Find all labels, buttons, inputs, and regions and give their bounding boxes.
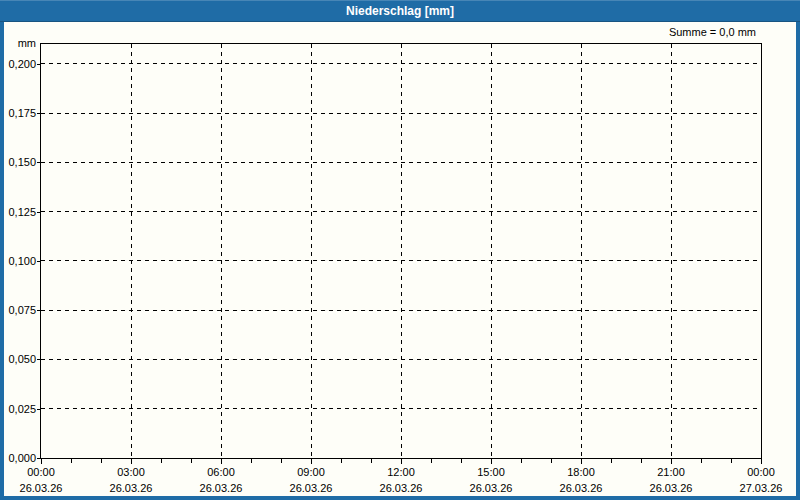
x-axis-major-tick — [761, 459, 762, 464]
x-gridline — [311, 44, 312, 458]
x-tick-time: 21:00 — [626, 465, 716, 479]
x-axis-major-tick — [491, 459, 492, 464]
x-tick-label: 15:0026.03.26 — [446, 465, 536, 495]
y-axis-tick — [37, 113, 40, 114]
x-tick-date: 26.03.26 — [356, 481, 446, 495]
x-axis-minor-tick — [371, 459, 372, 463]
x-axis-minor-tick — [341, 459, 342, 463]
x-axis-minor-tick — [641, 459, 642, 463]
y-tick-label: 0,050 — [0, 352, 36, 366]
y-axis-tick — [37, 310, 40, 311]
y-axis-tick — [37, 212, 40, 213]
y-tick-label: 0,125 — [0, 205, 36, 219]
x-axis-major-tick — [671, 459, 672, 464]
x-tick-date: 26.03.26 — [0, 481, 86, 495]
x-axis-minor-tick — [101, 459, 102, 463]
x-gridline — [491, 44, 492, 458]
y-tick-label: 0,175 — [0, 106, 36, 120]
x-axis-major-tick — [221, 459, 222, 464]
y-axis-tick — [37, 64, 40, 65]
y-tick-label: 0,000 — [0, 451, 36, 465]
x-axis-minor-tick — [611, 459, 612, 463]
x-axis-major-tick — [401, 459, 402, 464]
y-tick-label: 0,150 — [0, 155, 36, 169]
window-border-right — [796, 22, 800, 500]
x-axis-minor-tick — [161, 459, 162, 463]
x-gridline — [671, 44, 672, 458]
x-tick-date: 27.03.26 — [716, 481, 800, 495]
y-tick-label: 0,100 — [0, 254, 36, 268]
x-tick-label: 09:0026.03.26 — [266, 465, 356, 495]
x-tick-label: 12:0026.03.26 — [356, 465, 446, 495]
x-axis-minor-tick — [551, 459, 552, 463]
y-axis-tick — [37, 409, 40, 410]
x-tick-time: 00:00 — [716, 465, 800, 479]
x-tick-date: 26.03.26 — [266, 481, 356, 495]
x-tick-time: 12:00 — [356, 465, 446, 479]
x-axis-major-tick — [41, 459, 42, 464]
x-axis-minor-tick — [431, 459, 432, 463]
y-axis-unit-label: mm — [0, 36, 36, 50]
x-tick-time: 09:00 — [266, 465, 356, 479]
x-tick-date: 26.03.26 — [626, 481, 716, 495]
x-axis-major-tick — [131, 459, 132, 464]
x-axis-minor-tick — [521, 459, 522, 463]
x-tick-date: 26.03.26 — [86, 481, 176, 495]
x-tick-label: 21:0026.03.26 — [626, 465, 716, 495]
x-axis-minor-tick — [191, 459, 192, 463]
x-axis-minor-tick — [701, 459, 702, 463]
x-tick-date: 26.03.26 — [176, 481, 266, 495]
x-tick-label: 00:0026.03.26 — [0, 465, 86, 495]
sum-annotation: Summe = 0,0 mm — [669, 26, 756, 38]
x-gridline — [581, 44, 582, 458]
chart-title-bar: Niederschlag [mm] — [0, 0, 800, 22]
y-tick-label: 0,200 — [0, 57, 36, 71]
x-gridline — [221, 44, 222, 458]
y-axis-tick — [37, 162, 40, 163]
x-tick-label: 00:0027.03.26 — [716, 465, 800, 495]
x-tick-time: 18:00 — [536, 465, 626, 479]
x-tick-time: 06:00 — [176, 465, 266, 479]
x-axis-minor-tick — [731, 459, 732, 463]
x-tick-label: 03:0026.03.26 — [86, 465, 176, 495]
y-axis-tick — [37, 359, 40, 360]
x-tick-time: 00:00 — [0, 465, 86, 479]
x-tick-date: 26.03.26 — [536, 481, 626, 495]
x-axis-minor-tick — [281, 459, 282, 463]
x-tick-label: 06:0026.03.26 — [176, 465, 266, 495]
x-axis-major-tick — [311, 459, 312, 464]
y-tick-label: 0,075 — [0, 303, 36, 317]
y-tick-label: 0,025 — [0, 402, 36, 416]
plot-area — [40, 43, 762, 459]
x-axis-minor-tick — [251, 459, 252, 463]
x-axis-minor-tick — [461, 459, 462, 463]
x-axis-minor-tick — [71, 459, 72, 463]
y-axis-tick — [37, 458, 40, 459]
x-tick-time: 03:00 — [86, 465, 176, 479]
chart-window: Niederschlag [mm] Summe = 0,0 mm mm 0,20… — [0, 0, 800, 500]
window-border-bottom — [0, 496, 800, 500]
x-gridline — [131, 44, 132, 458]
x-tick-label: 18:0026.03.26 — [536, 465, 626, 495]
x-gridline — [401, 44, 402, 458]
x-tick-time: 15:00 — [446, 465, 536, 479]
y-axis-tick — [37, 261, 40, 262]
x-tick-date: 26.03.26 — [446, 481, 536, 495]
x-axis-major-tick — [581, 459, 582, 464]
chart-title: Niederschlag [mm] — [346, 4, 454, 18]
